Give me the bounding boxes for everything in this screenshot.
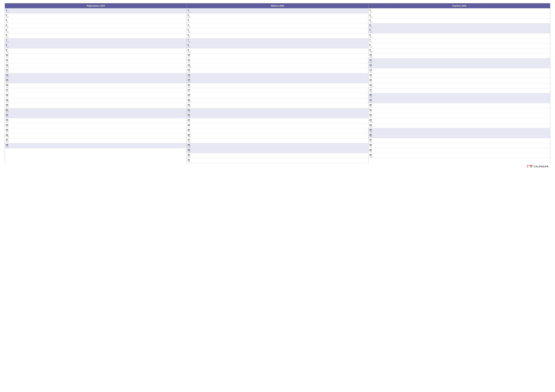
day-row: 1ΤΕΤ — [368, 8, 550, 14]
day-number: 16 — [6, 84, 9, 86]
day-row: 21ΣΑΒ — [187, 108, 368, 113]
day-name: ΣΑΒ — [188, 146, 190, 148]
day-name: ΤΕΤ — [188, 131, 190, 133]
day-row: 16ΠΕΜ — [368, 83, 550, 88]
day-name: ΚΥΡ — [188, 46, 190, 48]
calendar-wrapper: Φεβρουάριος 20261ΚΥΡ2ΔΕΥ3ΤΡΙ4ΤΕΤ5ΠΕΜ6ΠΑΡ… — [0, 0, 555, 172]
calendar-footer: 7 📅 CALENDAR — [5, 164, 550, 169]
day-cell: 11ΣΑΒ — [369, 59, 372, 63]
month-header-1: Μάρτιος 2026 — [187, 3, 368, 8]
day-cell: 15ΚΥΡ — [6, 79, 9, 83]
day-cell: 6ΔΕΥ — [369, 34, 372, 38]
day-row: 23ΔΕΥ — [5, 118, 187, 123]
day-name: ΠΑΡ — [370, 126, 372, 128]
day-cell: 14ΤΡΙ — [369, 74, 372, 78]
day-number: 8 — [188, 44, 191, 46]
day-name: ΔΕΥ — [6, 86, 9, 88]
day-name: ΚΥΡ — [370, 66, 372, 68]
day-number: 22 — [369, 114, 372, 116]
day-row: 7ΤΡΙ — [368, 38, 550, 43]
day-number: 21 — [369, 109, 372, 111]
day-name: ΠΑΡ — [188, 141, 190, 143]
day-row: 28ΣΑΒ — [187, 143, 368, 148]
day-row: 6ΔΕΥ — [368, 33, 550, 38]
day-number: 6 — [6, 34, 9, 36]
day-name: ΚΥΡ — [188, 151, 190, 153]
day-cell: 8ΤΕΤ — [369, 44, 372, 48]
day-name: ΠΑΡ — [188, 71, 190, 73]
day-number: 24 — [6, 124, 9, 126]
day-row: 8ΚΥΡ — [187, 43, 368, 48]
day-number: 16 — [369, 84, 372, 86]
day-cell: 5ΠΕΜ — [188, 29, 191, 33]
day-row: 23ΠΕΜ — [368, 118, 550, 123]
day-row: 18ΤΕΤ — [5, 93, 187, 98]
day-cell: 5ΠΕΜ — [6, 29, 9, 33]
day-row: 7ΣΑΒ — [187, 38, 368, 43]
day-number: 22 — [6, 114, 9, 116]
day-row: 27ΠΑΡ — [187, 138, 368, 143]
day-name: ΤΕΤ — [6, 131, 8, 133]
day-name: ΣΑΒ — [6, 41, 9, 43]
day-name: ΤΕΤ — [188, 62, 190, 63]
day-row: 12ΠΕΜ — [5, 63, 187, 68]
day-row: 25ΣΑΒ — [368, 128, 550, 133]
day-number: 13 — [6, 69, 9, 71]
day-number: 29 — [188, 149, 191, 151]
day-cell: 7ΤΡΙ — [369, 39, 372, 43]
day-number: 20 — [188, 104, 191, 106]
day-number: 27 — [188, 139, 191, 141]
day-row: 9ΔΕΥ — [187, 48, 368, 53]
day-row: 14ΣΑΒ — [5, 73, 187, 78]
day-row: 25ΤΕΤ — [5, 128, 187, 133]
day-cell: 10ΤΡΙ — [6, 54, 9, 58]
day-number: 18 — [369, 94, 372, 96]
day-name: ΤΕΤ — [370, 81, 372, 83]
day-name: ΣΑΒ — [370, 62, 372, 63]
day-number: 19 — [188, 99, 191, 101]
day-cell: 15ΚΥΡ — [188, 79, 191, 83]
day-number: 15 — [369, 79, 372, 81]
day-name: ΠΑΡ — [6, 141, 9, 143]
day-number: 25 — [188, 129, 191, 131]
day-number: 7 — [188, 39, 191, 41]
day-number: 21 — [6, 109, 9, 111]
day-cell: 21ΣΑΒ — [188, 109, 191, 113]
calendar-grid: Φεβρουάριος 20261ΚΥΡ2ΔΕΥ3ΤΡΙ4ΤΕΤ5ΠΕΜ6ΠΑΡ… — [5, 3, 550, 163]
month-column-2: Απρίλιος 20261ΤΕΤ2ΠΕΜ3ΠΑΡ4ΣΑΒ5ΚΥΡ6ΔΕΥ7ΤΡ… — [368, 3, 550, 163]
day-number: 5 — [369, 29, 372, 31]
day-row: 24ΤΡΙ — [5, 123, 187, 128]
day-row: 29ΚΥΡ — [187, 148, 368, 153]
day-number: 8 — [369, 44, 372, 46]
day-name: ΚΥΡ — [6, 81, 9, 83]
day-name: ΤΡΙ — [6, 21, 8, 23]
day-number: 4 — [6, 24, 9, 26]
day-row: 4ΣΑΒ — [368, 23, 550, 29]
day-row: 6ΠΑΡ — [187, 33, 368, 38]
day-cell: 27ΔΕΥ — [369, 139, 372, 143]
day-name: ΚΥΡ — [370, 136, 372, 137]
day-name: ΔΕΥ — [6, 121, 9, 123]
day-row: 24ΤΡΙ — [187, 123, 368, 128]
day-row: 13ΠΑΡ — [5, 68, 187, 73]
day-cell: 29ΚΥΡ — [188, 149, 191, 153]
day-name: ΤΡΙ — [370, 76, 372, 78]
day-number: 5 — [188, 29, 191, 31]
day-name: ΤΕΤ — [6, 62, 8, 63]
day-number: 21 — [188, 109, 191, 111]
day-cell: 6ΠΑΡ — [6, 34, 9, 38]
day-number: 27 — [369, 139, 372, 141]
day-number: 16 — [188, 84, 191, 86]
day-row: 26ΠΕΜ — [5, 133, 187, 138]
day-name: ΔΕΥ — [6, 51, 9, 53]
day-name: ΚΥΡ — [6, 116, 9, 118]
day-cell: 4ΤΕΤ — [6, 24, 9, 28]
day-number: 14 — [369, 74, 372, 76]
day-cell: 6ΠΑΡ — [188, 34, 191, 38]
day-cell: 8ΚΥΡ — [6, 44, 9, 48]
day-number: 20 — [369, 104, 372, 106]
day-name: ΠΕΜ — [188, 31, 191, 33]
day-row: 9ΔΕΥ — [5, 48, 187, 53]
day-number: 17 — [188, 89, 191, 91]
day-row: 10ΤΡΙ — [187, 53, 368, 58]
